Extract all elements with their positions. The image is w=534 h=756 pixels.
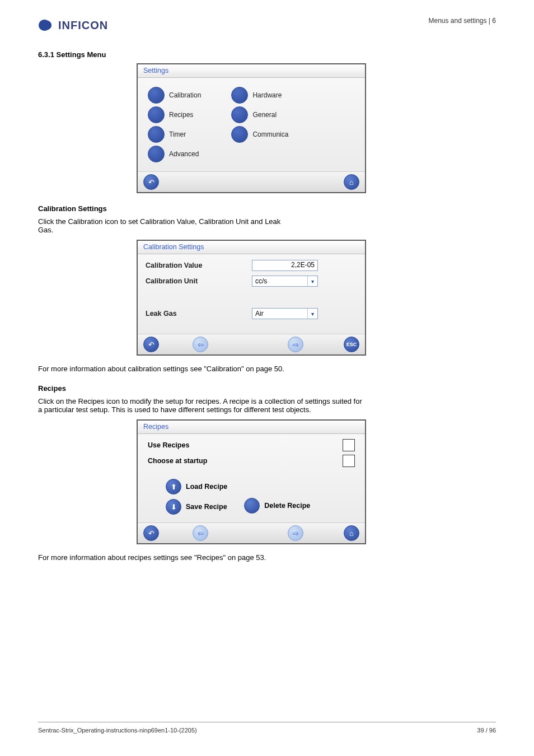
- panel-title: Settings: [138, 64, 365, 78]
- header-breadcrumb: Menus and settings | 6: [428, 17, 496, 25]
- next-icon[interactable]: ⇨: [288, 337, 303, 352]
- menu-item-hardware[interactable]: Hardware: [252, 91, 282, 99]
- next-icon[interactable]: ⇨: [288, 525, 303, 541]
- recipes-panel: Recipes Use Recipes Choose at startup ⬆ …: [137, 419, 366, 544]
- calibration-unit-select[interactable]: cc/s ▾: [252, 276, 318, 287]
- use-recipes-checkbox[interactable]: [343, 439, 355, 451]
- calibration-value-field[interactable]: 2,2E-05: [252, 260, 318, 271]
- brand-name: INFICON: [58, 19, 108, 32]
- prev-icon[interactable]: ⇦: [193, 337, 208, 352]
- delete-recipe-button[interactable]: Delete Recipe: [264, 502, 310, 510]
- footer-page-number: 39 / 96: [477, 727, 496, 734]
- use-recipes-label: Use Recipes: [148, 441, 189, 449]
- logo-mark-icon: [38, 17, 55, 34]
- chevron-down-icon: ▾: [307, 276, 317, 286]
- home-icon[interactable]: ⌂: [344, 525, 359, 541]
- page-footer: Sentrac-Strix_Operating-instructions-nin…: [38, 722, 496, 734]
- menu-item-timer[interactable]: Timer: [169, 130, 186, 138]
- settings-panel: Settings Calibration Recipes Timer Advan…: [137, 63, 366, 193]
- panel-title: Recipes: [138, 421, 365, 434]
- back-icon[interactable]: ↶: [143, 174, 159, 190]
- communica-icon[interactable]: [231, 126, 248, 143]
- hardware-icon[interactable]: [231, 87, 248, 104]
- menu-item-communica[interactable]: Communica: [252, 130, 288, 138]
- timer-icon[interactable]: [148, 126, 165, 143]
- leak-gas-label: Leak Gas: [146, 310, 252, 318]
- menu-item-advanced[interactable]: Advanced: [169, 150, 199, 158]
- choose-startup-label: Choose at startup: [148, 457, 207, 465]
- calibration-unit-label: Calibration Unit: [146, 277, 252, 285]
- prev-icon[interactable]: ⇦: [193, 525, 208, 541]
- esc-icon[interactable]: ESC: [344, 337, 359, 352]
- recipes-description: Click on the Recipes icon to modify the …: [38, 397, 363, 414]
- save-recipe-icon[interactable]: ⬇: [166, 499, 181, 515]
- choose-startup-checkbox[interactable]: [343, 455, 355, 467]
- calibration-heading: Calibration Settings: [38, 204, 496, 213]
- load-recipe-button[interactable]: Load Recipe: [186, 483, 227, 491]
- calibration-icon[interactable]: [148, 87, 165, 104]
- footer-doc-id: Sentrac-Strix_Operating-instructions-nin…: [38, 727, 197, 734]
- menu-item-general[interactable]: General: [252, 111, 277, 119]
- calibration-description: Click the Calibration icon to set Calibr…: [38, 217, 296, 234]
- recipes-more-info: For more information about recipes setti…: [38, 553, 296, 562]
- panel-title: Calibration Settings: [138, 241, 365, 254]
- load-recipe-icon[interactable]: ⬆: [166, 479, 181, 494]
- back-icon[interactable]: ↶: [143, 337, 159, 352]
- calibration-value-label: Calibration Value: [146, 262, 252, 269]
- advanced-icon[interactable]: [148, 146, 165, 162]
- home-icon[interactable]: ⌂: [344, 174, 359, 190]
- delete-recipe-icon[interactable]: [244, 498, 260, 514]
- leak-gas-select[interactable]: Air ▾: [252, 308, 318, 319]
- brand-logo: INFICON: [38, 17, 108, 34]
- save-recipe-button[interactable]: Save Recipe: [186, 503, 227, 511]
- back-icon[interactable]: ↶: [143, 525, 159, 541]
- recipes-heading: Recipes: [38, 384, 496, 393]
- menu-item-calibration[interactable]: Calibration: [169, 91, 201, 99]
- recipes-icon[interactable]: [148, 106, 165, 123]
- settings-menu-heading: 6.3.1 Settings Menu: [38, 50, 496, 59]
- chevron-down-icon: ▾: [307, 309, 317, 319]
- calibration-more-info: For more information about calibration s…: [38, 365, 296, 373]
- calibration-panel: Calibration Settings Calibration Value 2…: [137, 240, 366, 356]
- menu-item-recipes[interactable]: Recipes: [169, 111, 193, 119]
- general-icon[interactable]: [231, 106, 248, 123]
